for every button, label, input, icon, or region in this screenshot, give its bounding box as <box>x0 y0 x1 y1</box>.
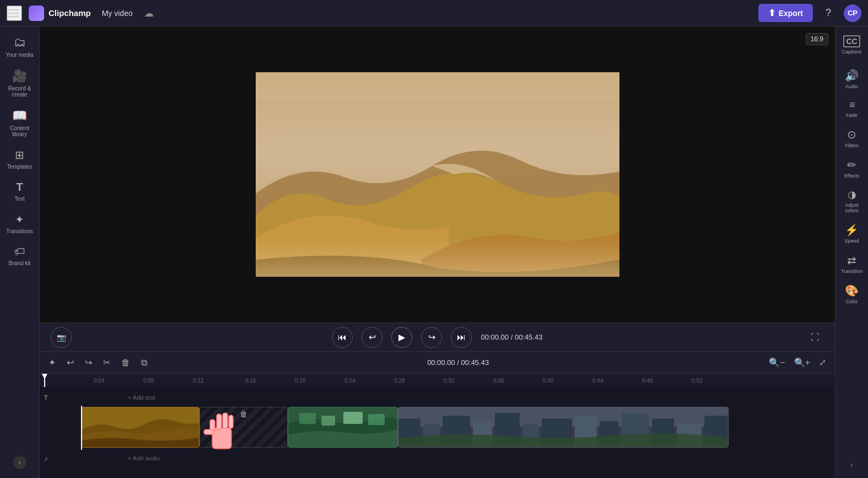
audio-track-label: ♪ <box>40 454 81 463</box>
logo-icon <box>29 6 44 21</box>
building-clip-thumbnail <box>398 407 729 448</box>
aspect-ratio-badge[interactable]: 16:9 <box>806 33 828 45</box>
zoom-out-button[interactable]: 🔍− <box>767 355 787 370</box>
right-sidebar-collapse-button[interactable]: ‹ <box>850 460 853 469</box>
main-area: 🗂 Your media 🎥 Record &create 📖 Contentl… <box>0 26 868 478</box>
captions-icon: CC <box>843 35 860 47</box>
topbar-right: ⬆ Export ? CP <box>758 4 861 22</box>
playhead-head <box>41 374 48 379</box>
audio-track-row: ♪ + Add audio <box>40 450 835 466</box>
color-icon: 🎨 <box>845 284 859 297</box>
hamburger-button[interactable] <box>7 6 22 21</box>
fullscreen-button[interactable]: ⛶ <box>806 329 824 346</box>
adjust-colors-icon: ◑ <box>848 189 856 201</box>
video-track-row: Delete this gap 🗑 <box>40 406 835 450</box>
center-area: 16:9 📷 ⏮ ↩ ▶ ↪ ⏭ 00:00.00 / 00:45.43 ⛶ ✦… <box>40 26 835 478</box>
nature-clip-thumbnail <box>288 407 398 448</box>
filters-icon: ⊙ <box>847 128 856 141</box>
playback-left-controls: 📷 <box>51 327 72 348</box>
zoom-in-button[interactable]: 🔍+ <box>792 355 812 370</box>
effects-icon: ✏ <box>847 158 856 171</box>
speed-icon: ⚡ <box>845 223 859 237</box>
topbar-left: Clipchamp My video ☁ <box>7 6 752 21</box>
skip-back-button[interactable]: ⏮ <box>332 327 353 348</box>
right-item-effects[interactable]: ✏ Effects <box>837 154 867 183</box>
play-pause-button[interactable]: ▶ <box>391 327 412 348</box>
right-item-transition[interactable]: ⇄ Transition <box>837 249 867 278</box>
audio-right-icon: 🔊 <box>845 69 859 82</box>
video-track-content: Delete this gap 🗑 <box>81 406 835 450</box>
sidebar-item-templates[interactable]: ⊞ Templates <box>2 144 37 174</box>
library-icon: 📖 <box>12 109 27 123</box>
text-track-row: T + Add text <box>40 389 835 406</box>
duplicate-button[interactable]: ⧉ <box>139 356 149 370</box>
preview-frame <box>256 72 619 277</box>
help-button[interactable]: ? <box>820 4 837 22</box>
right-item-adjust-colors[interactable]: ◑ Adjustcolors <box>837 184 867 218</box>
rewind-button[interactable]: ↩ <box>362 327 382 348</box>
sidebar-item-transitions[interactable]: ✦ Transitions <box>2 208 37 239</box>
playhead-indicator <box>44 374 45 387</box>
playback-bar: 📷 ⏮ ↩ ▶ ↪ ⏭ 00:00.00 / 00:45.43 ⛶ <box>40 323 835 351</box>
timeline-ruler: 0:04 0:08 0:12 0:16 0:20 0:24 0:28 0:32 … <box>40 374 835 387</box>
svg-rect-7 <box>321 416 335 426</box>
clip-building[interactable] <box>398 407 729 448</box>
fade-icon: ≡ <box>849 99 854 111</box>
magic-tool-button[interactable]: ✦ <box>46 355 58 370</box>
clip-gap[interactable]: Delete this gap 🗑 <box>200 407 288 448</box>
right-item-audio[interactable]: 🔊 Audio <box>837 65 867 94</box>
right-item-speed[interactable]: ⚡ Speed <box>837 219 867 248</box>
transition-icon: ⇄ <box>847 254 856 267</box>
add-audio-button[interactable]: + Add audio <box>128 455 160 461</box>
clip-desert[interactable] <box>81 407 200 448</box>
transitions-icon: ✦ <box>15 213 24 226</box>
logo: Clipchamp <box>29 6 91 21</box>
record-icon: 🎥 <box>12 69 27 83</box>
brand-icon: 🏷 <box>14 245 25 258</box>
delete-gap-icon[interactable]: 🗑 <box>240 410 247 418</box>
sidebar-collapse-button[interactable]: › <box>13 456 26 469</box>
track-area: T + Add text <box>40 387 835 469</box>
cloud-save-icon: ☁ <box>144 7 154 19</box>
avatar: CP <box>844 4 861 22</box>
delete-button[interactable]: 🗑 <box>119 356 132 370</box>
fit-timeline-button[interactable]: ⤢ <box>817 355 828 370</box>
right-item-captions[interactable]: CC Captions <box>837 31 867 59</box>
playback-right-controls: ⛶ <box>806 329 824 346</box>
camera-button[interactable]: 📷 <box>51 327 72 348</box>
redo-button[interactable]: ↪ <box>83 355 94 370</box>
add-text-button[interactable]: + Add text <box>128 394 155 401</box>
preview-video <box>256 72 619 277</box>
sidebar-item-your-media[interactable]: 🗂 Your media <box>2 31 37 62</box>
skip-forward-button[interactable]: ⏭ <box>451 327 472 348</box>
svg-rect-8 <box>343 412 363 424</box>
topbar: Clipchamp My video ☁ ⬆ Export ? CP <box>0 0 868 26</box>
text-track-content: + Add text <box>81 389 835 406</box>
timeline: ✦ ↩ ↪ ✂ 🗑 ⧉ 00:00.00 / 00:45.43 🔍− 🔍+ ⤢ <box>40 351 835 478</box>
svg-rect-6 <box>299 413 316 424</box>
timeline-time-display: 00:00.00 / 00:45.43 <box>156 358 760 367</box>
svg-rect-2 <box>256 238 619 277</box>
track-playhead <box>81 406 82 450</box>
zoom-controls: 🔍− 🔍+ ⤢ <box>767 355 828 370</box>
undo-button[interactable]: ↩ <box>64 355 76 370</box>
export-button[interactable]: ⬆ Export <box>758 4 813 22</box>
right-item-filters[interactable]: ⊙ Filters <box>837 123 867 153</box>
text-icon: T <box>16 181 23 194</box>
forward-button[interactable]: ↪ <box>421 327 442 348</box>
sidebar-item-record-create[interactable]: 🎥 Record &create <box>2 65 37 102</box>
ruler-marks: 0:04 0:08 0:12 0:16 0:20 0:24 0:28 0:32 … <box>44 374 831 387</box>
right-item-color[interactable]: 🎨 Color <box>837 280 867 309</box>
clip-nature[interactable] <box>288 407 398 448</box>
sidebar-item-text[interactable]: T Text <box>2 176 37 206</box>
timeline-toolbar: ✦ ↩ ↪ ✂ 🗑 ⧉ 00:00.00 / 00:45.43 🔍− 🔍+ ⤢ <box>40 352 835 374</box>
app-name: Clipchamp <box>48 8 91 18</box>
sidebar-item-brand-kit[interactable]: 🏷 Brand kit <box>2 241 37 271</box>
desert-clip-thumbnail <box>82 407 200 448</box>
sidebar-item-content-library[interactable]: 📖 Contentlibrary <box>2 104 37 142</box>
video-title[interactable]: My video <box>98 7 137 20</box>
audio-track-content: + Add audio <box>81 450 835 466</box>
right-item-fade[interactable]: ≡ Fade <box>837 95 867 122</box>
svg-rect-3 <box>256 72 619 100</box>
cut-button[interactable]: ✂ <box>101 355 112 370</box>
